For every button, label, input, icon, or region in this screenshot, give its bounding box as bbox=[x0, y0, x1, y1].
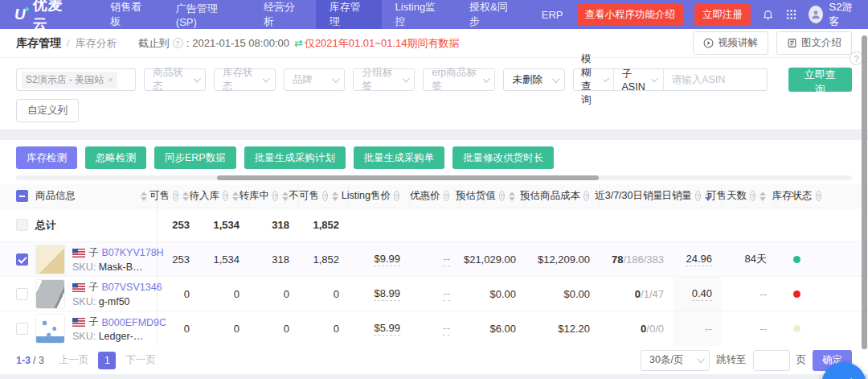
chevron-down-icon bbox=[403, 75, 410, 82]
next-page-button[interactable]: 下一页 bbox=[125, 353, 156, 367]
sort-icon[interactable] bbox=[141, 192, 147, 201]
apps-grid-icon[interactable] bbox=[785, 7, 797, 22]
miniprogram-intro-button[interactable]: 查看小程序功能介绍 bbox=[577, 4, 684, 26]
prev-page-button[interactable]: 上一页 bbox=[59, 353, 89, 367]
register-button[interactable]: 立即注册 bbox=[694, 4, 751, 26]
help-icon[interactable]: ? bbox=[173, 38, 183, 48]
product-image bbox=[35, 245, 65, 274]
editable-price[interactable]: $5.99 bbox=[374, 322, 400, 336]
sort-icon[interactable] bbox=[332, 192, 338, 201]
table-header-row: 商品信息 可售? 待入库? 转库中? 不可售? Listing售价? 优惠价? … bbox=[0, 184, 868, 208]
fuzzy-query-select[interactable]: 模糊查询 bbox=[574, 69, 614, 90]
row-checkbox[interactable] bbox=[16, 253, 28, 266]
product-status-select[interactable]: 商品状态 bbox=[144, 68, 206, 91]
help-icon[interactable]: ? bbox=[394, 191, 399, 201]
jump-page-input[interactable] bbox=[753, 350, 790, 371]
chevron-down-icon bbox=[263, 75, 270, 82]
vertical-scrollbar[interactable] bbox=[862, 35, 867, 349]
help-icon[interactable]: ? bbox=[750, 191, 755, 201]
editable-promo-price[interactable]: -- bbox=[443, 253, 450, 266]
editable-daily-sales[interactable]: 0.40 bbox=[692, 287, 712, 301]
pagination-bar: 1-3 / 3 上一页 1 下一页 30条/页 跳转至 页 确定 bbox=[0, 346, 868, 374]
stock-status-dot bbox=[793, 325, 800, 332]
nav-item-inventory[interactable]: 库存管理 bbox=[316, 0, 382, 29]
chevron-down-icon bbox=[651, 75, 658, 82]
bell-icon[interactable] bbox=[762, 7, 774, 22]
avatar bbox=[809, 6, 823, 23]
user-menu[interactable]: S2游客 bbox=[809, 0, 857, 29]
asin-link[interactable]: B07KYV178H bbox=[102, 247, 164, 258]
filter-panel: ? S2演示店 - 美国站 × 商品状态 库存状态 品牌 分组标签 erp商品标… bbox=[0, 58, 868, 130]
help-icon[interactable]: ? bbox=[583, 191, 589, 201]
inventory-panel: 库存检测 忽略检测 同步ERP数据 批量生成采购计划 批量生成采购单 批量修改供… bbox=[0, 140, 868, 374]
store-select[interactable]: S2演示店 - 美国站 × bbox=[16, 68, 136, 91]
help-icon[interactable]: ? bbox=[322, 191, 328, 201]
help-icon[interactable]: ? bbox=[444, 191, 450, 201]
app-logo[interactable]: U 优麦云 bbox=[0, 0, 96, 34]
top-nav: U 优麦云 销售看板 广告管理 (SP) 经营分析 库存管理 Listing监控… bbox=[0, 0, 868, 29]
swap-icon[interactable]: ⇄ bbox=[294, 37, 303, 49]
page-total: / 3 bbox=[33, 355, 44, 366]
asin-link[interactable]: B000EFMD9C bbox=[102, 317, 167, 328]
erp-tag-select[interactable]: erp商品标签 bbox=[423, 68, 495, 91]
editable-promo-price[interactable]: -- bbox=[443, 322, 450, 336]
row-checkbox[interactable] bbox=[16, 288, 28, 300]
batch-leadtime-button[interactable]: 批量修改供货时长 bbox=[452, 146, 554, 169]
help-icon[interactable]: ? bbox=[499, 191, 505, 201]
asin-input[interactable] bbox=[664, 69, 767, 90]
logo-icon: U bbox=[14, 6, 27, 23]
nav-item-listing-monitor[interactable]: Listing监控 bbox=[382, 0, 456, 29]
brand-select[interactable]: 品牌 bbox=[284, 68, 346, 91]
asin-type-select[interactable]: 子 ASIN bbox=[614, 69, 663, 90]
chevron-down-icon bbox=[332, 75, 340, 83]
stock-check-button[interactable]: 库存检测 bbox=[16, 146, 77, 169]
editable-promo-price[interactable]: -- bbox=[443, 287, 450, 301]
page-number-button[interactable]: 1 bbox=[98, 352, 116, 369]
us-flag-icon bbox=[72, 249, 85, 257]
help-icon[interactable]: ? bbox=[695, 191, 701, 201]
batch-purchase-order-button[interactable]: 批量生成采购单 bbox=[354, 146, 445, 169]
sku-value: g-mf50 bbox=[99, 296, 130, 307]
nav-item-analysis[interactable]: 经营分析 bbox=[250, 0, 316, 29]
deadline-value: 2021-01-15 08:00:00 bbox=[192, 37, 289, 49]
sort-icon[interactable] bbox=[760, 192, 766, 201]
user-icon bbox=[810, 9, 821, 20]
asin-link[interactable]: B07VSV1346 bbox=[102, 282, 162, 293]
nav-item-auth-sync[interactable]: 授权&同步 bbox=[456, 0, 528, 29]
help-icon[interactable]: ? bbox=[816, 191, 821, 201]
sort-icon[interactable] bbox=[182, 192, 189, 201]
total-row: 总计 253 1,534 318 1,852 bbox=[0, 208, 868, 242]
row-checkbox[interactable] bbox=[16, 323, 28, 335]
help-icon[interactable]: ? bbox=[272, 191, 278, 201]
video-guide-button[interactable]: 视频讲解 bbox=[693, 31, 768, 55]
stock-status-select[interactable]: 库存状态 bbox=[214, 68, 276, 91]
nav-item-ads[interactable]: 广告管理 (SP) bbox=[162, 0, 250, 29]
custom-columns-button[interactable]: 自定义列 bbox=[16, 99, 79, 122]
editable-daily-sales[interactable]: 24.96 bbox=[686, 253, 712, 266]
product-image bbox=[35, 314, 65, 344]
help-icon[interactable]: ? bbox=[223, 191, 228, 201]
horizontal-scrollbar[interactable] bbox=[16, 175, 852, 180]
editable-price[interactable]: $9.99 bbox=[374, 253, 400, 266]
sort-icon[interactable] bbox=[282, 192, 289, 201]
select-all-checkbox[interactable] bbox=[16, 190, 28, 202]
deleted-state-select[interactable]: 未删除 bbox=[503, 68, 565, 91]
doc-guide-button[interactable]: 图文介绍 bbox=[776, 31, 852, 55]
breadcrumb-page: 库存分析 bbox=[76, 36, 117, 51]
nav-item-sales-board[interactable]: 销售看板 bbox=[96, 0, 162, 29]
group-tag-select[interactable]: 分组标签 bbox=[353, 68, 415, 91]
help-icon[interactable]: ? bbox=[173, 191, 178, 201]
remove-tag-icon[interactable]: × bbox=[108, 75, 113, 84]
search-button[interactable]: 立即查询 bbox=[788, 68, 852, 92]
sync-erp-button[interactable]: 同步ERP数据 bbox=[154, 146, 236, 169]
nav-item-erp[interactable]: ERP bbox=[528, 0, 577, 29]
ignore-check-button[interactable]: 忽略检测 bbox=[85, 146, 146, 169]
editable-price[interactable]: $8.99 bbox=[374, 287, 400, 301]
sort-icon[interactable] bbox=[232, 192, 239, 201]
scrollbar-thumb[interactable] bbox=[217, 175, 599, 180]
chevron-down-icon bbox=[483, 75, 490, 82]
page-size-select[interactable]: 30条/页 bbox=[641, 350, 710, 371]
sort-icon[interactable] bbox=[509, 192, 515, 201]
batch-purchase-plan-button[interactable]: 批量生成采购计划 bbox=[244, 146, 346, 169]
breadcrumb-separator: / bbox=[67, 37, 70, 49]
